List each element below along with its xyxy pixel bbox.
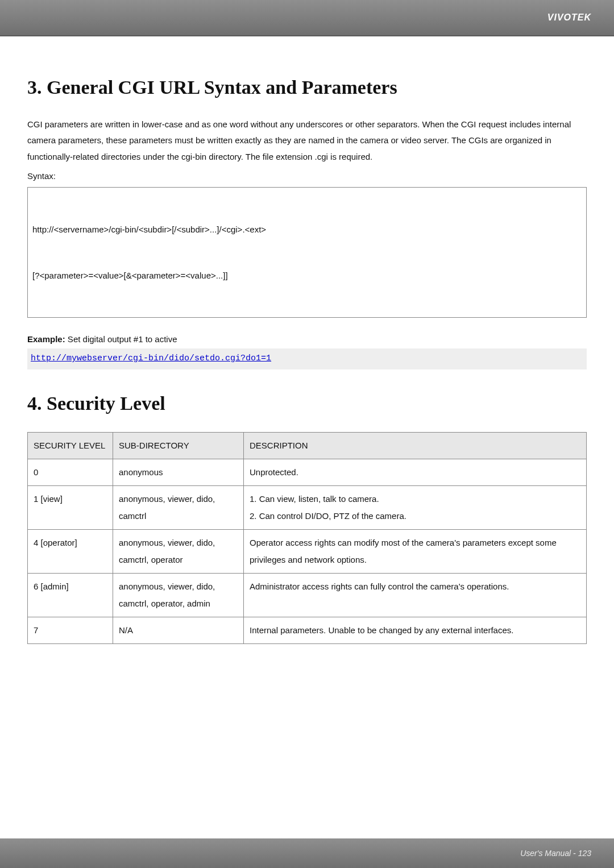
- section-3-paragraph: CGI parameters are written in lower-case…: [27, 117, 587, 165]
- footer-text: User's Manual - 123: [520, 849, 591, 858]
- cell-desc: Unprotected.: [244, 459, 587, 486]
- example-label: Example: Set digital output #1 to active: [27, 331, 587, 348]
- cell-subdir: anonymous, viewer, dido, camctrl, operat…: [113, 530, 244, 574]
- cell-level: 0: [28, 459, 113, 486]
- syntax-line-1: http://<servername>/cgi-bin/<subdir>[/<s…: [32, 222, 582, 237]
- cell-level: 1 [view]: [28, 486, 113, 530]
- example-label-bold: Example:: [27, 334, 65, 344]
- section-4-title: 4. Security Level: [27, 385, 587, 422]
- table-row: 6 [admin] anonymous, viewer, dido, camct…: [28, 574, 587, 617]
- table-row: 0 anonymous Unprotected.: [28, 459, 587, 486]
- th-sub-directory: SUB-DIRECTORY: [113, 433, 244, 459]
- example-url-link[interactable]: http://mywebserver/cgi-bin/dido/setdo.cg…: [31, 354, 271, 363]
- page-footer: User's Manual - 123: [0, 838, 614, 868]
- th-description: DESCRIPTION: [244, 433, 587, 459]
- page: VIVOTEK 3. General CGI URL Syntax and Pa…: [0, 0, 614, 868]
- th-security-level: SECURITY LEVEL: [28, 433, 113, 459]
- cell-desc: Internal parameters. Unable to be change…: [244, 617, 587, 644]
- table-row: 1 [view] anonymous, viewer, dido, camctr…: [28, 486, 587, 530]
- syntax-label: Syntax:: [27, 168, 587, 185]
- page-header: VIVOTEK: [0, 0, 614, 36]
- cell-subdir: anonymous, viewer, dido, camctrl: [113, 486, 244, 530]
- syntax-box: http://<servername>/cgi-bin/<subdir>[/<s…: [27, 187, 587, 318]
- security-level-table: SECURITY LEVEL SUB-DIRECTORY DESCRIPTION…: [27, 432, 587, 644]
- section-3-title: 3. General CGI URL Syntax and Parameters: [27, 69, 587, 106]
- cell-level: 6 [admin]: [28, 574, 113, 617]
- cell-desc: Operator access rights can modify most o…: [244, 530, 587, 574]
- example-label-rest: Set digital output #1 to active: [65, 334, 177, 344]
- cell-desc: 1. Can view, listen, talk to camera. 2. …: [244, 486, 587, 530]
- page-content: 3. General CGI URL Syntax and Parameters…: [0, 36, 614, 868]
- table-header-row: SECURITY LEVEL SUB-DIRECTORY DESCRIPTION: [28, 433, 587, 459]
- cell-level: 4 [operator]: [28, 530, 113, 574]
- example-url-box: http://mywebserver/cgi-bin/dido/setdo.cg…: [27, 348, 587, 369]
- brand-label: VIVOTEK: [547, 13, 591, 23]
- cell-level: 7: [28, 617, 113, 644]
- cell-subdir: anonymous: [113, 459, 244, 486]
- table-row: 4 [operator] anonymous, viewer, dido, ca…: [28, 530, 587, 574]
- cell-subdir: anonymous, viewer, dido, camctrl, operat…: [113, 574, 244, 617]
- cell-subdir: N/A: [113, 617, 244, 644]
- syntax-line-2: [?<parameter>=<value>[&<parameter>=<valu…: [32, 268, 582, 283]
- table-row: 7 N/A Internal parameters. Unable to be …: [28, 617, 587, 644]
- cell-desc: Administrator access rights can fully co…: [244, 574, 587, 617]
